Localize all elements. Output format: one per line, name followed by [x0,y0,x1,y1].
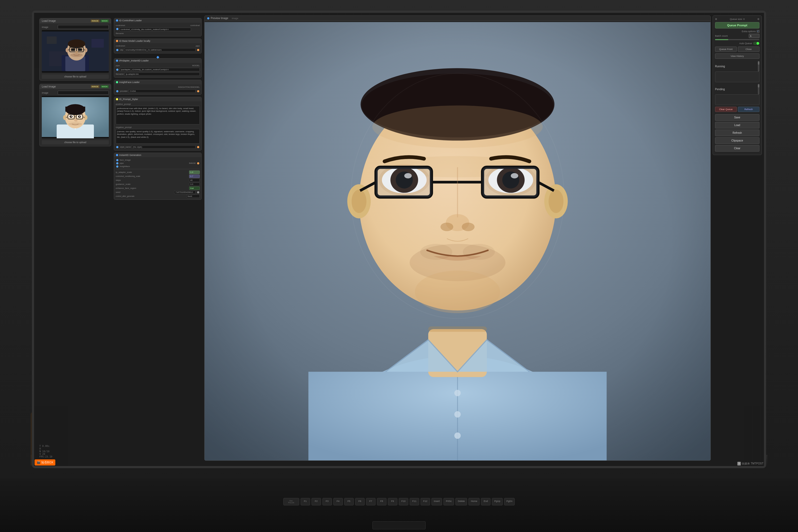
image-output-label: IMAGE [189,159,200,168]
home-key[interactable]: Home [469,498,480,506]
f5-key[interactable]: F5 [344,498,354,506]
auto-queue-toggle[interactable] [753,42,759,45]
control-after-generate-label: control_after_generate [116,195,185,197]
delete-key[interactable]: Delete [455,498,467,506]
pipe-connector [116,162,118,165]
ipadapter-path-input[interactable] [120,68,200,71]
clip-value-input[interactable] [124,48,195,52]
load-image-1-upload-btn[interactable]: choose file to upload [42,75,109,79]
pgdn-label: PgDn [507,500,513,502]
esc-key[interactable]: EscFnLock [283,498,299,506]
batch-count-row: Batch count [715,34,759,38]
touchpad[interactable] [373,521,425,529]
instantid-dot [116,154,118,156]
close-btn[interactable]: Close [738,46,760,52]
provider-input[interactable] [129,89,195,93]
instantid-labels: face_image pipe insightface [116,158,200,168]
f11-label: F11 [412,500,417,502]
f5-label: F5 [347,500,350,502]
running-scroll[interactable] [758,61,759,72]
f9-key[interactable]: F9 [388,498,397,506]
instantid-generation-node: InstantID Generation face_image [114,153,202,200]
controlnet-conditioning-row: controlnet_conditioning_scale [116,174,200,178]
load-image-2-upload-btn[interactable]: choose file to upload [42,140,109,145]
save-btn[interactable]: Save [715,114,759,121]
style-name-input[interactable] [132,145,195,149]
load-image-1-preview [42,30,109,73]
laptop-outer: Load Image IMAGE MASK image WIN_20240310… [0,0,798,532]
ip-adapter-scale-label: ip_adapter_scale [116,171,188,173]
guidance-scale-input[interactable] [189,183,200,186]
load-image-1-node: Load Image IMAGE MASK image WIN_20240310… [39,18,111,81]
f4-label: F4 [337,500,339,502]
f11-key[interactable]: F11 [410,498,419,506]
guidance-scale-label: guidance_scale [116,183,188,185]
clear-queue-btn[interactable]: Clear Queue [715,107,737,112]
load-btn[interactable]: Load [715,122,759,129]
seed-input[interactable] [174,190,195,194]
load-image-1-mask-badge: MASK [100,19,109,22]
pgdn-key[interactable]: PgDn [504,498,515,506]
f10-key[interactable]: F10 [399,498,408,506]
f3-key[interactable]: F3 [322,498,332,506]
prtsc-key[interactable]: PrtSc [443,498,454,506]
svg-point-79 [462,223,475,231]
view-history-btn[interactable]: View History [715,54,759,59]
seed-row: seed [116,190,200,194]
queue-front-btn[interactable]: Queue Front [715,46,737,52]
pgup-key[interactable]: PgUp [492,498,503,506]
batch-count-input[interactable] [749,34,759,38]
style-name-label: style_name [120,146,131,148]
home-label: Home [471,500,477,502]
refresh-main-btn[interactable]: Refresh [715,130,759,136]
id-controlnet-loader-body: controlnet controlnet filename [114,23,201,36]
ipadapter-filename-input[interactable] [125,72,200,76]
filename-row: filename [116,32,200,35]
negative-prompt-text[interactable]: (canvas, low quality, worst quality:1.0)… [116,129,200,144]
batch-count-slider[interactable] [715,39,759,40]
insightface-dot [116,81,118,83]
f6-key[interactable]: F6 [355,498,365,506]
f7-key[interactable]: F7 [366,498,376,506]
instantid-generation-header: InstantID Generation [114,153,201,157]
stat-line3: V 20 [39,453,52,455]
extra-options-row: Extra options [715,30,759,33]
f12-key[interactable]: F12 [421,498,430,506]
end-key[interactable]: End [481,498,491,506]
insightface-connector [116,166,118,168]
tmtpost-icon: T [737,462,741,466]
load-image-2-field: image ComfyUI_03490_(2).png [42,91,109,95]
ip-adapter-scale-row: ip_adapter_scale [116,171,200,174]
positive-prompt-text[interactable]: professional man with blue shirt, (smile… [116,106,200,125]
load-image-2-filename-input[interactable]: ComfyUI_03490_(2).png [58,91,109,95]
clip-row: clip [116,48,200,52]
f8-key[interactable]: F8 [377,498,386,506]
load-image-1-filename-input[interactable]: WIN_20240310_09_44_48_Pro (3).jpg [58,25,109,29]
pgup-label: PgUp [494,500,500,502]
clear-main-btn[interactable]: Clear [715,145,759,152]
extra-options-checkbox[interactable] [757,30,759,33]
svg-point-81 [420,244,452,260]
queue-prompt-btn[interactable]: Queue Prompt [715,22,759,28]
refresh-btn[interactable]: Refresh [738,107,760,112]
load-image-1-image-label: image [42,26,58,28]
pending-scroll[interactable] [758,84,759,94]
preview-panel: Preview Image image [204,15,711,461]
running-area [715,72,759,82]
insert-key[interactable]: Insert [432,498,442,506]
controlnet-path-input[interactable] [119,28,191,31]
stat-fps: FPS:23.10 [39,455,52,458]
preview-dot [207,17,209,19]
control-after-generate-input[interactable] [187,194,200,198]
f4-key[interactable]: F4 [333,498,343,506]
ip-adapter-scale-input[interactable] [189,171,200,174]
f1-key[interactable]: F1 [301,498,310,506]
f2-key[interactable]: F2 [311,498,321,506]
clipspace-btn[interactable]: Clipspace [715,137,759,144]
enhance-face-input[interactable] [189,187,200,190]
provider-row: provider [116,89,200,93]
steps-input[interactable] [189,178,200,182]
controlnet-out-label: controlnet [190,24,200,26]
svg-point-17 [70,53,83,57]
controlnet-conditioning-input[interactable] [189,174,200,178]
